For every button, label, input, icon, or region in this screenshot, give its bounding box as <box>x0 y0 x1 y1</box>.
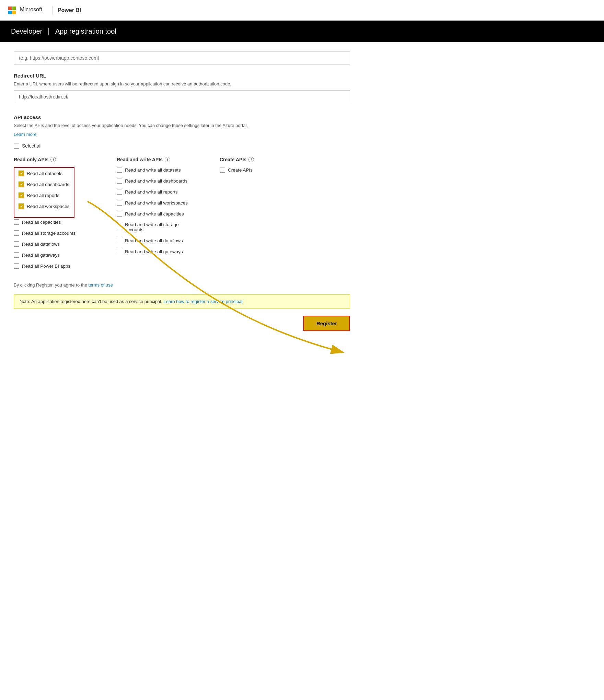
list-item: Read all storage accounts <box>14 230 106 236</box>
read-all-reports-label: Read all reports <box>27 193 59 198</box>
read-write-col: Read and write APIs i Read and write all… <box>117 157 220 274</box>
list-item: Read all dashboards <box>19 182 70 187</box>
list-item: Read and write all capacities <box>117 211 209 217</box>
list-item: Read and write all datasets <box>117 167 209 173</box>
read-all-capacities-label: Read all capacities <box>22 220 61 225</box>
list-item: Read and write all reports <box>117 189 209 195</box>
rw-dashboards-label: Read and write all dashboards <box>125 178 187 184</box>
create-apis-label: Create APIs <box>228 167 253 173</box>
list-item: Read all workspaces <box>19 203 70 209</box>
redirect-url-input[interactable] <box>14 90 350 103</box>
read-write-info-icon[interactable]: i <box>165 157 170 162</box>
highlighted-checkboxes: Read all datasets Read all dashboards Re… <box>14 167 74 218</box>
read-all-powerbi-apps-checkbox[interactable] <box>14 263 19 269</box>
microsoft-text: Microsoft <box>20 7 42 14</box>
select-all-row: Select all <box>14 143 350 149</box>
learn-more-link[interactable]: Learn more <box>14 132 36 137</box>
header-bar: Developer | App registration tool <box>0 21 604 42</box>
checkbox-columns: Read only APIs i Read all datasets Read … <box>14 157 350 274</box>
powerbi-text: Power BI <box>58 7 81 13</box>
redirect-url-label: Redirect URL <box>14 73 350 79</box>
service-principal-link[interactable]: Learn how to register a service principa… <box>163 299 242 304</box>
api-access-label: API access <box>14 114 350 120</box>
rw-workspaces-checkbox[interactable] <box>117 200 122 206</box>
create-header: Create APIs i <box>220 157 278 162</box>
register-button-wrap: Register <box>14 316 350 331</box>
header-separator: | <box>48 27 50 36</box>
read-only-header: Read only APIs i <box>14 157 106 162</box>
read-all-gateways-checkbox[interactable] <box>14 252 19 258</box>
list-item: Create APIs <box>220 167 278 173</box>
rw-dashboards-checkbox[interactable] <box>117 178 122 184</box>
read-all-datasets-checkbox[interactable] <box>19 171 24 176</box>
note-text: Note: An application registered here can… <box>20 299 162 304</box>
rw-dataflows-checkbox[interactable] <box>117 238 122 243</box>
list-item: Read all gateways <box>14 252 106 258</box>
rw-datasets-label: Read and write all datasets <box>125 167 181 173</box>
microsoft-logo: Microsoft <box>8 7 42 14</box>
api-access-section: API access Select the APIs and the level… <box>14 114 350 331</box>
read-all-dashboards-checkbox[interactable] <box>19 182 24 187</box>
rw-dataflows-label: Read and write all dataflows <box>125 238 183 243</box>
main-content: Redirect URL Enter a URL where users wil… <box>0 42 364 352</box>
list-item: Read and write all workspaces <box>117 200 209 206</box>
top-bar: Microsoft Power BI <box>0 0 604 21</box>
list-item: Read and write all gateways <box>117 249 209 254</box>
read-all-dataflows-checkbox[interactable] <box>14 241 19 247</box>
read-all-powerbi-apps-label: Read all Power BI apps <box>22 264 70 269</box>
list-item: Read all datasets <box>19 171 70 176</box>
read-all-dashboards-label: Read all dashboards <box>27 182 69 187</box>
read-only-col: Read only APIs i Read all datasets Read … <box>14 157 117 274</box>
read-all-storage-checkbox[interactable] <box>14 230 19 236</box>
list-item: Read and write all dashboards <box>117 178 209 184</box>
create-apis-checkbox[interactable] <box>220 167 225 173</box>
list-item: Read and write all storageaccounts <box>117 222 209 232</box>
list-item: Read and write all dataflows <box>117 238 209 243</box>
rw-storage-label: Read and write all storageaccounts <box>125 222 179 232</box>
read-write-header: Read and write APIs i <box>117 157 209 162</box>
rw-reports-label: Read and write all reports <box>125 189 178 195</box>
register-button[interactable]: Register <box>303 316 350 331</box>
list-item: Read all reports <box>19 192 70 198</box>
list-item: Read all capacities <box>14 219 106 225</box>
select-all-label: Select all <box>22 143 42 149</box>
read-all-reports-checkbox[interactable] <box>19 192 24 198</box>
terms-of-use-link[interactable]: terms of use <box>89 282 113 288</box>
api-access-desc: Select the APIs and the level of access … <box>14 122 350 129</box>
read-all-gateways-label: Read all gateways <box>22 253 60 258</box>
top-bar-divider <box>53 6 53 14</box>
checkbox-area: Read only APIs i Read all datasets Read … <box>14 157 350 274</box>
terms-text: By clicking Register, you agree to the <box>14 282 87 288</box>
read-all-workspaces-checkbox[interactable] <box>19 203 24 209</box>
rw-gateways-checkbox[interactable] <box>117 249 122 254</box>
page-title: App registration tool <box>55 27 116 35</box>
create-col: Create APIs i Create APIs <box>220 157 288 274</box>
rw-storage-checkbox[interactable] <box>117 223 122 228</box>
rw-reports-checkbox[interactable] <box>117 189 122 195</box>
note-bar: Note: An application registered here can… <box>14 294 350 309</box>
read-only-info-icon[interactable]: i <box>50 157 56 162</box>
list-item: Read all dataflows <box>14 241 106 247</box>
rw-gateways-label: Read and write all gateways <box>125 249 183 254</box>
header-developer: Developer <box>11 27 42 35</box>
redirect-url-desc: Enter a URL where users will be redirect… <box>14 81 350 88</box>
read-all-capacities-checkbox[interactable] <box>14 219 19 225</box>
terms-row: By clicking Register, you agree to the t… <box>14 282 350 288</box>
rw-capacities-checkbox[interactable] <box>117 211 122 217</box>
select-all-checkbox[interactable] <box>14 143 19 149</box>
app-url-input[interactable] <box>14 51 350 65</box>
read-all-dataflows-label: Read all dataflows <box>22 242 60 247</box>
rw-datasets-checkbox[interactable] <box>117 167 122 173</box>
create-info-icon[interactable]: i <box>248 157 254 162</box>
rw-capacities-label: Read and write all capacities <box>125 211 184 217</box>
list-item: Read all Power BI apps <box>14 263 106 269</box>
read-all-datasets-label: Read all datasets <box>27 171 62 176</box>
read-all-workspaces-label: Read all workspaces <box>27 204 70 209</box>
rw-workspaces-label: Read and write all workspaces <box>125 200 188 206</box>
read-all-storage-label: Read all storage accounts <box>22 231 76 236</box>
